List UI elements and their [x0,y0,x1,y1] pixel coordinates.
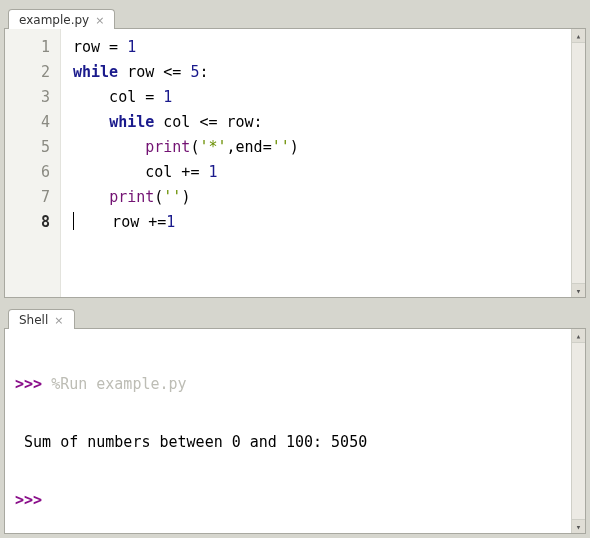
line-number: 2 [5,60,60,85]
token-plain [73,188,109,206]
code-line[interactable]: row = 1 [73,35,571,60]
shell-run-command: %Run example.py [51,375,186,393]
line-number: 5 [5,135,60,160]
shell-output-line: Sum of numbers between 0 and 100: 5050 [15,431,561,453]
token-plain: col <= row: [154,113,262,131]
token-num: 1 [208,163,217,181]
line-number: 7 [5,185,60,210]
editor-tab-label: example.py [19,13,89,27]
token-str: '' [163,188,181,206]
token-kw: while [109,113,154,131]
line-number: 4 [5,110,60,135]
token-num: 1 [127,38,136,56]
code-line[interactable]: print('') [73,185,571,210]
editor-panel: 12345678 row = 1while row <= 5: col = 1 … [4,28,586,298]
token-builtin: print [109,188,154,206]
shell-panel: >>> %Run example.py Sum of numbers betwe… [4,328,586,534]
close-icon[interactable]: × [95,15,104,26]
token-str: '' [272,138,290,156]
code-area[interactable]: row = 1while row <= 5: col = 1 while col… [61,29,571,297]
line-gutter: 12345678 [5,29,61,297]
code-line[interactable]: print('*',end='') [73,135,571,160]
token-plain: row <= [118,63,190,81]
shell-scrollbar[interactable]: ▴ ▾ [571,329,585,533]
editor-tab[interactable]: example.py × [8,9,115,29]
line-number: 8 [5,210,60,235]
token-plain: col += [73,163,208,181]
token-plain: ) [290,138,299,156]
code-editor[interactable]: 12345678 row = 1while row <= 5: col = 1 … [5,29,571,297]
token-str: '*' [199,138,226,156]
token-builtin: print [145,138,190,156]
token-num: 1 [166,213,175,231]
shell-prompt: >>> [15,491,42,509]
code-line[interactable]: col = 1 [73,85,571,110]
token-plain: : [199,63,208,81]
editor-tabbar: example.py × [4,2,586,28]
scroll-down-icon[interactable]: ▾ [572,519,585,533]
token-kw: while [73,63,118,81]
code-line[interactable]: row +=1 [73,210,571,235]
shell-tab-label: Shell [19,313,48,327]
code-line[interactable]: while row <= 5: [73,60,571,85]
line-number: 3 [5,85,60,110]
shell-output[interactable]: >>> %Run example.py Sum of numbers betwe… [5,329,571,533]
token-plain [73,113,109,131]
token-plain [73,138,145,156]
token-plain: col = [73,88,163,106]
token-plain: row += [76,213,166,231]
scroll-down-icon[interactable]: ▾ [572,283,585,297]
editor-pane: example.py × 12345678 row = 1while row <… [4,2,586,298]
code-line[interactable]: col += 1 [73,160,571,185]
editor-scrollbar[interactable]: ▴ ▾ [571,29,585,297]
scroll-up-icon[interactable]: ▴ [572,329,585,343]
shell-tabbar: Shell × [4,302,586,328]
token-plain: ( [154,188,163,206]
shell-pane: Shell × >>> %Run example.py Sum of numbe… [4,302,586,534]
code-line[interactable]: while col <= row: [73,110,571,135]
close-icon[interactable]: × [54,315,63,326]
token-plain: row = [73,38,127,56]
text-cursor [73,212,74,230]
token-plain: ,end= [227,138,272,156]
shell-tab[interactable]: Shell × [8,309,75,329]
line-number: 1 [5,35,60,60]
line-number: 6 [5,160,60,185]
shell-prompt: >>> [15,375,42,393]
token-plain: ) [181,188,190,206]
scroll-up-icon[interactable]: ▴ [572,29,585,43]
token-num: 1 [163,88,172,106]
